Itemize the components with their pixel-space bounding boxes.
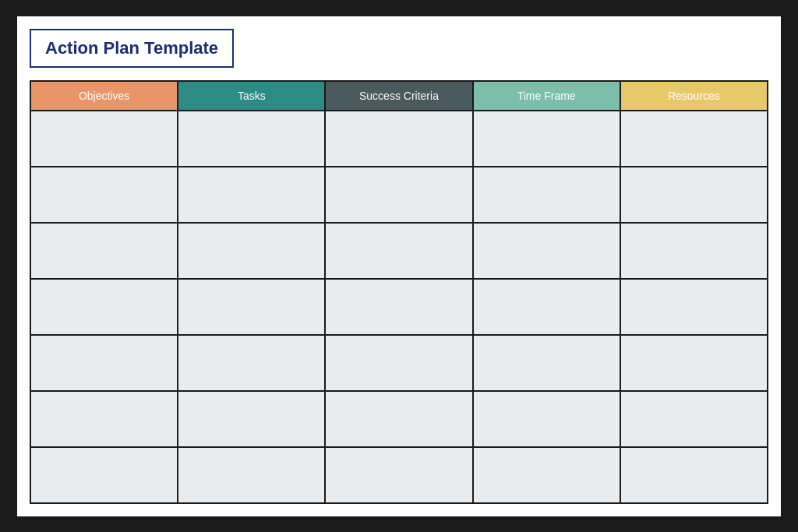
cell-tasks-4[interactable] xyxy=(178,279,325,335)
cell-success-7[interactable] xyxy=(325,447,472,503)
header-time-frame: Time Frame xyxy=(473,81,620,111)
cell-tasks-3[interactable] xyxy=(178,223,325,279)
header-success-criteria: Success Criteria xyxy=(325,81,472,111)
cell-resources-2[interactable] xyxy=(620,167,768,223)
cell-success-5[interactable] xyxy=(325,335,472,391)
header-objectives: Objectives xyxy=(30,81,178,111)
cell-objectives-7[interactable] xyxy=(30,447,178,503)
action-plan-table: Objectives Tasks Success Criteria Time F… xyxy=(30,80,768,504)
table-header-row: Objectives Tasks Success Criteria Time F… xyxy=(30,81,768,111)
cell-success-1[interactable] xyxy=(325,111,472,167)
cell-resources-7[interactable] xyxy=(620,447,768,503)
table-row xyxy=(30,111,768,167)
header-resources: Resources xyxy=(620,81,768,111)
cell-success-3[interactable] xyxy=(325,223,472,279)
cell-resources-4[interactable] xyxy=(620,279,768,335)
title-box: Action Plan Template xyxy=(30,29,234,68)
table-row xyxy=(30,335,768,391)
cell-resources-1[interactable] xyxy=(620,111,768,167)
cell-timeframe-3[interactable] xyxy=(473,223,620,279)
table-row xyxy=(30,223,768,279)
cell-resources-3[interactable] xyxy=(620,223,768,279)
page-wrapper: Action Plan Template Objectives Tasks Su… xyxy=(17,16,781,516)
table-row xyxy=(30,279,768,335)
table-row xyxy=(30,447,768,503)
cell-objectives-5[interactable] xyxy=(30,335,178,391)
cell-timeframe-7[interactable] xyxy=(473,447,620,503)
cell-tasks-5[interactable] xyxy=(178,335,325,391)
cell-success-6[interactable] xyxy=(325,391,472,447)
cell-objectives-1[interactable] xyxy=(30,111,178,167)
cell-success-2[interactable] xyxy=(325,167,472,223)
cell-timeframe-2[interactable] xyxy=(473,167,620,223)
cell-objectives-6[interactable] xyxy=(30,391,178,447)
cell-objectives-2[interactable] xyxy=(30,167,178,223)
cell-tasks-2[interactable] xyxy=(178,167,325,223)
cell-objectives-4[interactable] xyxy=(30,279,178,335)
cell-timeframe-4[interactable] xyxy=(473,279,620,335)
cell-tasks-1[interactable] xyxy=(178,111,325,167)
cell-timeframe-6[interactable] xyxy=(473,391,620,447)
table-row xyxy=(30,391,768,447)
table-row xyxy=(30,167,768,223)
cell-success-4[interactable] xyxy=(325,279,472,335)
cell-timeframe-1[interactable] xyxy=(473,111,620,167)
cell-tasks-6[interactable] xyxy=(178,391,325,447)
cell-resources-6[interactable] xyxy=(620,391,768,447)
header-tasks: Tasks xyxy=(178,81,325,111)
cell-tasks-7[interactable] xyxy=(178,447,325,503)
cell-objectives-3[interactable] xyxy=(30,223,178,279)
page-title: Action Plan Template xyxy=(45,38,218,58)
cell-resources-5[interactable] xyxy=(620,335,768,391)
table-body xyxy=(30,111,768,503)
cell-timeframe-5[interactable] xyxy=(473,335,620,391)
